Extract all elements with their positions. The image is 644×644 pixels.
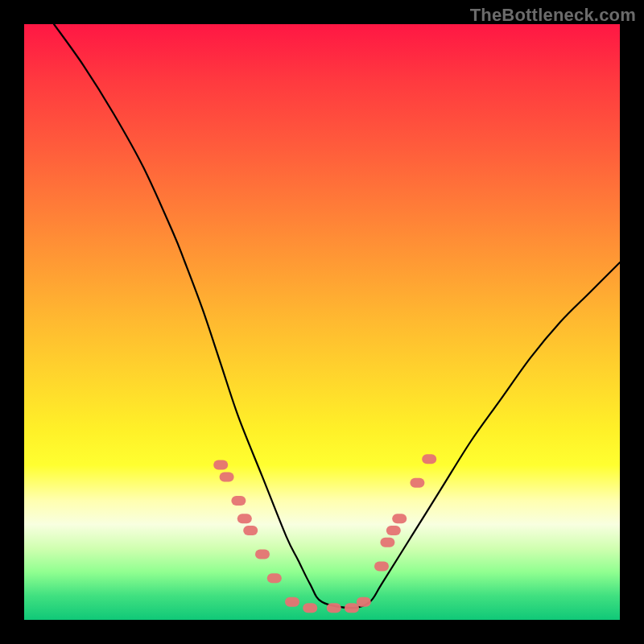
highlight-dots-group [213, 454, 436, 613]
chart-frame: TheBottleneck.com [0, 0, 644, 644]
highlight-dot [380, 538, 394, 547]
highlight-dot [386, 526, 401, 535]
bottleneck-curve [54, 24, 620, 608]
highlight-dot [243, 526, 258, 535]
highlight-dot [231, 496, 246, 506]
highlight-dot [357, 597, 371, 607]
highlight-dot [392, 514, 407, 523]
highlight-dot [255, 550, 270, 559]
highlight-dot [220, 472, 234, 481]
highlight-dot [422, 454, 436, 464]
highlight-dot [410, 478, 424, 488]
plot-area [24, 24, 620, 620]
highlight-dot [285, 597, 299, 607]
highlight-dot [374, 561, 389, 571]
highlight-dot [303, 603, 317, 613]
highlight-dot [327, 603, 341, 613]
highlight-dot [213, 460, 228, 470]
highlight-dot [267, 573, 282, 583]
highlight-dot [345, 603, 359, 613]
chart-svg [24, 24, 620, 620]
watermark-text: TheBottleneck.com [470, 5, 636, 26]
highlight-dot [237, 514, 252, 523]
